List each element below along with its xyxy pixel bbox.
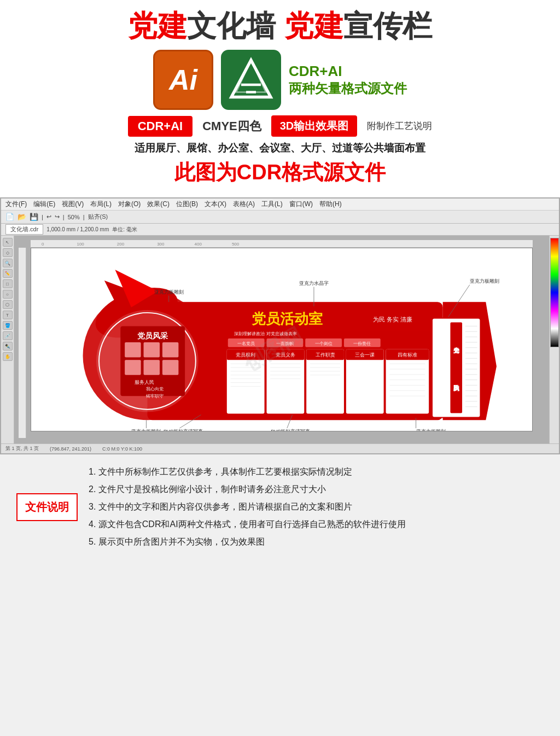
cdr-left-toolbar: ↖ ◇ 🔍 ✏️ □ ○ ⬡ T 🪣 💉 ✒️ ✋ bbox=[1, 236, 14, 443]
ai-icon: Ai bbox=[153, 50, 213, 110]
svg-text:为民 务实 清廉: 为民 务实 清廉 bbox=[373, 316, 412, 323]
svg-text:PVC板贴高清写真: PVC板贴高清写真 bbox=[164, 429, 203, 431]
size-display: 1,000.0 mm / 1,200.0 mm bbox=[46, 226, 109, 232]
party-design-svg: 党员风采 服务人民 我心向党 铸牢职守 党员活动室 为民 务实 清廉 bbox=[31, 248, 532, 431]
menu-bitmap[interactable]: 位图(B) bbox=[176, 200, 198, 209]
svg-text:四有标准: 四有标准 bbox=[398, 353, 417, 358]
svg-text:工作职责: 工作职责 bbox=[316, 353, 335, 358]
toolbar-zoom: 50% bbox=[68, 214, 80, 220]
cdr-window: 文件(F) 编辑(E) 视图(V) 布局(L) 对象(O) 效果(C) 位图(B… bbox=[0, 197, 560, 454]
toolbar-sep3: | bbox=[83, 214, 85, 220]
toolbar-icon-redo[interactable]: ↪ bbox=[55, 213, 60, 220]
svg-text:亚克力板雕刻: 亚克力板雕刻 bbox=[416, 429, 446, 431]
menu-text[interactable]: 文本(X) bbox=[205, 200, 226, 209]
title-red-1: 党建 bbox=[128, 9, 187, 42]
svg-text:党员活动室: 党员活动室 bbox=[252, 311, 323, 326]
bottom-section: 文件说明 1. 文件中所标制作工艺仅供参考，具体制作工艺要根据实际情况制定 2.… bbox=[0, 454, 560, 562]
note-4: 4. 源文件包含CDR和AI两种文件格式，使用者可自行选择自己熟悉的软件进行使用 bbox=[89, 516, 544, 533]
software-line1: CDR+AI bbox=[289, 63, 407, 80]
wenjianshuoming-box: 文件说明 bbox=[16, 493, 78, 521]
menu-tools[interactable]: 工具(L) bbox=[261, 200, 283, 209]
svg-text:亚克力水晶字: 亚克力水晶字 bbox=[299, 281, 329, 286]
badge-3d: 3D输出效果图 bbox=[271, 115, 358, 137]
note-3: 3. 文件中的文字和图片内容仅供参考，图片请根据自己的文案和图片 bbox=[89, 498, 544, 516]
svg-rect-19 bbox=[162, 342, 178, 358]
file-explanation: 文件说明 1. 文件中所标制作工艺仅供参考，具体制作工艺要根据实际情况制定 2.… bbox=[16, 463, 544, 551]
canvas-white: 党员风采 服务人民 我心向党 铸牢职守 党员活动室 为民 务实 清廉 bbox=[31, 248, 533, 431]
toolbar-sep: | bbox=[42, 214, 43, 220]
usage-line: 适用展厅、展馆、办公室、会议室、大厅、过道等公共墙面布置 bbox=[22, 141, 538, 155]
menu-help[interactable]: 帮助(H) bbox=[319, 200, 342, 209]
svg-text:亚克力板雕刻: 亚克力板雕刻 bbox=[154, 289, 184, 295]
tool-polygon[interactable]: ⬡ bbox=[3, 300, 13, 309]
tool-pan[interactable]: ✋ bbox=[3, 352, 13, 361]
svg-text:PVC板贴高清写真: PVC板贴高清写真 bbox=[271, 429, 310, 431]
menu-layout[interactable]: 布局(L) bbox=[90, 200, 112, 209]
tool-select[interactable]: ↖ bbox=[3, 238, 13, 247]
note-2: 2. 文件尺寸是投稿比例缩小设计，制作时请务必注意尺寸大小 bbox=[89, 481, 544, 498]
page-indicator: 第 1 页, 共 1 页 bbox=[5, 445, 39, 452]
svg-text:我心向党: 我心向党 bbox=[146, 387, 164, 392]
cdr-statusbar: 第 1 页, 共 1 页 (796.847, 241.201) C:0 M:0 … bbox=[1, 443, 559, 453]
cdr-body: ↖ ◇ 🔍 ✏️ □ ○ ⬡ T 🪣 💉 ✒️ ✋ 0 100 200 300 … bbox=[1, 236, 559, 443]
svg-text:一名党员: 一名党员 bbox=[237, 341, 255, 346]
ruler-vertical bbox=[19, 248, 26, 438]
cdr-toolbar1: 📄 📂 💾 | ↩ ↪ | 50% | 贴齐(S) bbox=[1, 211, 559, 224]
toolbar-icon-save[interactable]: 💾 bbox=[30, 213, 38, 221]
title-end: 宣传栏 bbox=[343, 9, 432, 42]
note-1: 1. 文件中所标制作工艺仅供参考，具体制作工艺要根据实际情况制定 bbox=[89, 463, 544, 481]
top-section: 党建文化墙 党建宣传栏 Ai CDR+AI 两种矢量格式源文件 CDR+AI C… bbox=[0, 0, 560, 197]
toolbar-icon-undo[interactable]: ↩ bbox=[46, 213, 51, 220]
tool-outline[interactable]: ✒️ bbox=[3, 342, 13, 351]
tool-rect[interactable]: □ bbox=[3, 279, 13, 288]
menu-effects[interactable]: 效果(C) bbox=[147, 200, 170, 209]
menu-edit[interactable]: 编辑(E) bbox=[33, 200, 55, 209]
svg-rect-22 bbox=[162, 360, 178, 376]
svg-text:一份责任: 一份责任 bbox=[353, 341, 371, 346]
svg-rect-21 bbox=[144, 360, 160, 376]
menu-window[interactable]: 窗口(W) bbox=[289, 200, 313, 209]
toolbar-sep2: | bbox=[63, 214, 65, 220]
svg-text:亚克力板雕刻: 亚克力板雕刻 bbox=[131, 429, 161, 431]
toolbar-icon-open[interactable]: 📂 bbox=[18, 213, 26, 221]
svg-text:服务人民: 服务人民 bbox=[135, 379, 154, 385]
svg-rect-20 bbox=[125, 360, 141, 376]
svg-rect-78 bbox=[450, 323, 462, 413]
software-desc: CDR+AI 两种矢量格式源文件 bbox=[289, 63, 407, 97]
cdr-toolbar2: 文化墙.cdr 1,000.0 mm / 1,200.0 mm 单位: 毫米 bbox=[1, 224, 559, 236]
note-5: 5. 展示页中所含图片并不为实物，仅为效果图 bbox=[89, 533, 544, 551]
software-line2: 两种矢量格式源文件 bbox=[289, 80, 407, 97]
tool-ellipse[interactable]: ○ bbox=[3, 290, 13, 299]
svg-rect-17 bbox=[125, 342, 141, 358]
tool-text[interactable]: T bbox=[3, 311, 13, 319]
menu-file[interactable]: 文件(F) bbox=[5, 200, 27, 209]
software-row: Ai CDR+AI 两种矢量格式源文件 bbox=[22, 50, 538, 110]
tool-eyedropper[interactable]: 💉 bbox=[3, 331, 13, 340]
toolbar-icon-new[interactable]: 📄 bbox=[5, 213, 14, 221]
menu-table[interactable]: 表格(A) bbox=[233, 200, 255, 209]
menu-object[interactable]: 对象(O) bbox=[118, 200, 141, 209]
tool-freehand[interactable]: ✏️ bbox=[3, 269, 13, 278]
svg-rect-18 bbox=[144, 342, 160, 358]
menu-view[interactable]: 视图(V) bbox=[62, 200, 84, 209]
color-model: C:0 M:0 Y:0 K:100 bbox=[102, 446, 142, 452]
cdr-right-panel bbox=[549, 236, 559, 443]
tool-zoom[interactable]: 🔍 bbox=[3, 259, 13, 267]
svg-text:亚克力板雕刻: 亚克力板雕刻 bbox=[470, 278, 499, 284]
coords-display: (796.847, 241.201) bbox=[50, 446, 91, 452]
color-strip bbox=[550, 238, 559, 347]
title-red-2: 党建 bbox=[284, 9, 343, 42]
unit-display: 单位: 毫米 bbox=[112, 226, 137, 233]
tool-fill[interactable]: 🪣 bbox=[3, 321, 13, 330]
badges-row: CDR+AI CMYE四色 3D输出效果图 附制作工艺说明 bbox=[22, 115, 538, 137]
cdr-icon bbox=[221, 50, 281, 110]
toolbar-snap[interactable]: 贴齐(S) bbox=[88, 213, 108, 221]
notes-list: 1. 文件中所标制作工艺仅供参考，具体制作工艺要根据实际情况制定 2. 文件尺寸… bbox=[89, 463, 544, 551]
title-mid: 文化墙 bbox=[187, 9, 284, 42]
svg-text:铸牢职守: 铸牢职守 bbox=[145, 394, 164, 399]
doc-tab[interactable]: 文化墙.cdr bbox=[5, 224, 43, 235]
tool-node[interactable]: ◇ bbox=[3, 248, 13, 257]
ai-label: Ai bbox=[169, 63, 197, 96]
svg-text:三会一课: 三会一课 bbox=[355, 353, 375, 358]
badge-note: 附制作工艺说明 bbox=[367, 120, 432, 132]
